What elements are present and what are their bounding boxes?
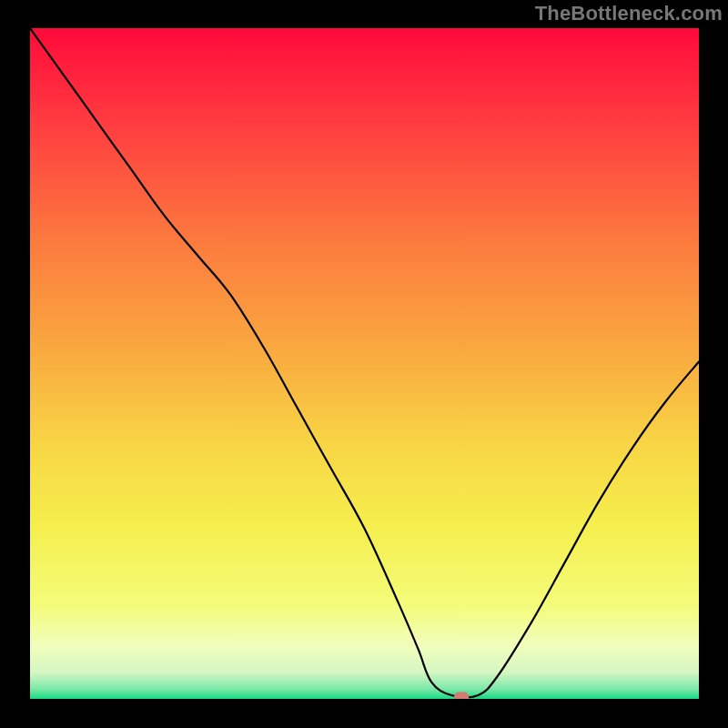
chart-svg [30, 28, 699, 699]
watermark-text: TheBottleneck.com [535, 2, 723, 25]
chart-frame: TheBottleneck.com [0, 0, 728, 728]
gradient-background [30, 28, 699, 699]
plot-area [30, 28, 699, 699]
optimal-marker [454, 693, 469, 700]
